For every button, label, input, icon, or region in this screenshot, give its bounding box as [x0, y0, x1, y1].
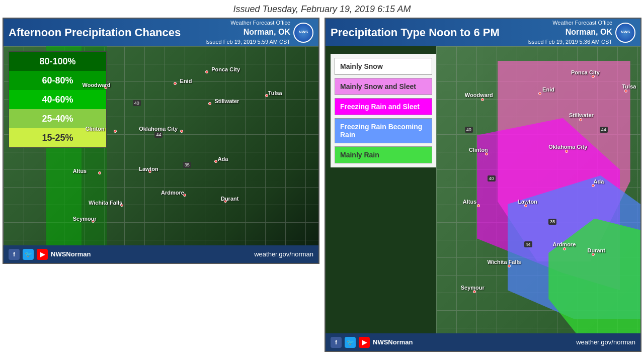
city-dot-durant-right	[592, 253, 595, 256]
right-content: Mainly Snow Mainly Snow and Sleet Freezi…	[326, 46, 640, 333]
city-label-clinton-left: Clinton	[86, 126, 105, 132]
city-label-woodward-right: Woodward	[465, 92, 493, 98]
city-label-woodward-left: Woodward	[83, 82, 111, 88]
website-right: weather.gov/norman	[576, 338, 635, 346]
legend-freezing-rain-sleet: Freezing Rain and Sleet	[335, 98, 432, 115]
hwy-44-right: 44	[600, 127, 608, 133]
twitter-icon-right[interactable]: 🐦	[345, 337, 356, 348]
city-label-seymour-left: Seymour	[73, 216, 97, 222]
left-header: Afternoon Precipitation Chances Weather …	[4, 19, 318, 46]
twitter-icon-left[interactable]: 🐦	[23, 249, 34, 260]
city-dot-okc-right	[565, 150, 568, 153]
city-label-durant-left: Durant	[221, 196, 238, 202]
left-footer: f 🐦 ▶ NWSNorman weather.gov/norman	[4, 245, 318, 263]
city-label-okc-right: Oklahoma City	[548, 144, 587, 150]
hwy-40-right: 40	[465, 127, 473, 133]
legend-mainly-snow-sleet: Mainly Snow and Sleet	[335, 78, 432, 95]
left-office-label: Weather Forecast Office	[205, 19, 290, 27]
nws-logo-right: NWS	[615, 23, 635, 43]
hwy-44-left: 44	[154, 132, 163, 138]
city-label-enid-left: Enid	[180, 78, 192, 84]
right-map: Ponca City Woodward Enid Tulsa Stillwate…	[436, 46, 640, 333]
hwy-35-right: 35	[548, 219, 556, 225]
hwy-40-left: 40	[133, 100, 141, 106]
facebook-icon-right[interactable]: f	[331, 337, 342, 348]
city-label-stillwater-left: Stillwater	[214, 98, 239, 104]
legend-mainly-snow: Mainly Snow	[335, 58, 432, 75]
left-office-name: Norman, OK	[205, 27, 290, 38]
right-office-name: Norman, OK	[527, 27, 612, 38]
type-legend: Mainly Snow Mainly Snow and Sleet Freezi…	[331, 54, 436, 167]
issued-date: Issued Tuesday, February 19, 2019 6:15 A…	[233, 4, 411, 14]
right-office-info: Weather Forecast Office Norman, OK Issue…	[527, 19, 612, 46]
city-dot-stillwater-right	[579, 118, 582, 121]
city-label-seymour-right: Seymour	[461, 285, 485, 291]
city-label-ardmore-right: Ardmore	[552, 241, 576, 247]
precip-legend: 80-100% 60-80% 40-60% 25-40% 15-25%	[9, 51, 107, 148]
legend-freezing-rain-becoming-rain: Freezing Rain Becoming Rain	[335, 118, 432, 143]
city-label-altus-left: Altus	[73, 168, 87, 174]
city-label-tulsa-right: Tulsa	[622, 83, 636, 89]
city-dot-poncacity-left	[205, 70, 208, 73]
legend-item-60: 40-60%	[9, 90, 106, 109]
right-footer: f 🐦 ▶ NWSNorman weather.gov/norman	[326, 333, 640, 351]
website-left: weather.gov/norman	[254, 250, 313, 258]
social-icons-right: f 🐦 ▶ NWSNorman	[331, 337, 413, 348]
left-issued: Issued Feb 19, 2019 5:59 AM CST	[205, 38, 290, 46]
right-panel-title: Precipitation Type Noon to 6 PM	[331, 26, 500, 39]
right-panel: Precipitation Type Noon to 6 PM Weather …	[325, 18, 641, 352]
right-office-label: Weather Forecast Office	[527, 19, 612, 27]
city-dot-tulsa-left	[265, 94, 268, 97]
city-label-altus-right: Altus	[463, 199, 477, 205]
city-label-lawton-left: Lawton	[139, 166, 158, 172]
city-label-clinton-right: Clinton	[469, 147, 488, 153]
facebook-icon-left[interactable]: f	[9, 249, 20, 260]
city-label-durant-right: Durant	[587, 247, 605, 253]
date-bar: Issued Tuesday, February 19, 2019 6:15 A…	[0, 0, 644, 19]
city-label-ardmore-left: Ardmore	[161, 190, 184, 196]
city-label-poncacity-left: Ponca City	[211, 66, 240, 72]
hwy-40b-right: 40	[488, 175, 496, 182]
youtube-icon-right[interactable]: ▶	[359, 337, 370, 348]
city-label-wichita-right: Wichita Falls	[488, 259, 521, 265]
city-label-tulsa-left: Tulsa	[268, 90, 282, 96]
left-map-area: 80-100% 60-80% 40-60% 25-40% 15-25% Ponc…	[4, 46, 318, 245]
city-label-stillwater-right: Stillwater	[569, 112, 594, 118]
nws-logo-left: NWS	[293, 23, 313, 43]
social-handle-right: NWSNorman	[373, 338, 413, 346]
social-handle-left: NWSNorman	[51, 250, 91, 258]
city-dot-tulsa-right	[624, 89, 627, 93]
left-panel: Afternoon Precipitation Chances Weather …	[3, 18, 319, 264]
city-label-okc-left: Oklahoma City	[139, 126, 178, 132]
social-icons-left: f 🐦 ▶ NWSNorman	[9, 249, 91, 260]
hwy-44b-right: 44	[524, 241, 532, 247]
city-label-ada-right: Ada	[594, 178, 604, 185]
city-dot-stillwater-left	[208, 102, 211, 105]
right-issued: Issued Feb 19, 2019 5:36 AM CST	[527, 38, 612, 46]
legend-item-40: 25-40%	[9, 109, 106, 128]
hwy-35-left: 35	[183, 162, 191, 168]
left-panel-title: Afternoon Precipitation Chances	[9, 26, 181, 39]
left-office-info: Weather Forecast Office Norman, OK Issue…	[205, 19, 290, 46]
youtube-icon-left[interactable]: ▶	[37, 249, 48, 260]
legend-mainly-rain: Mainly Rain	[335, 146, 432, 163]
city-dot-okc-left	[180, 130, 183, 133]
city-label-wichita-left: Wichita Falls	[89, 200, 122, 206]
city-label-ada-left: Ada	[218, 156, 228, 162]
right-header: Precipitation Type Noon to 6 PM Weather …	[326, 19, 640, 46]
city-dot-ardmore-right	[563, 247, 566, 250]
city-label-enid-right: Enid	[542, 86, 554, 93]
legend-item-100: 80-100%	[9, 52, 106, 71]
city-label-poncacity-right: Ponca City	[571, 69, 600, 75]
city-label-lawton-right: Lawton	[518, 199, 537, 205]
